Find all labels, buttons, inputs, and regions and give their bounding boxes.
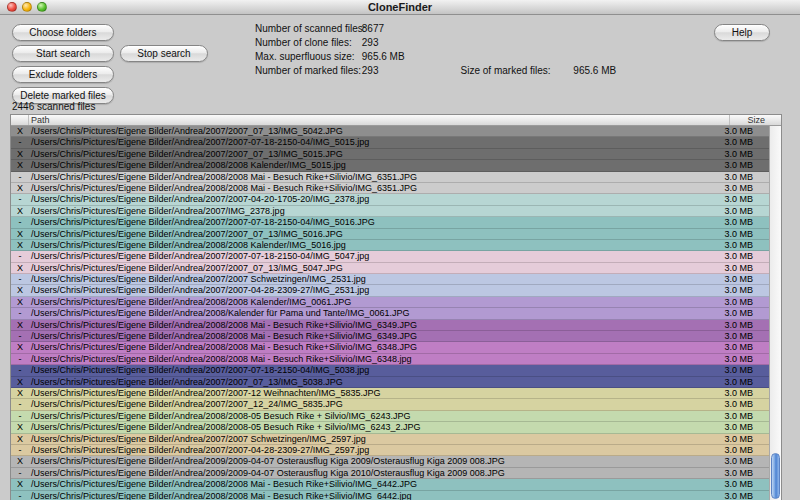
table-row[interactable]: - /Users/Chris/Pictures/Eigene Bilder/An… <box>11 172 769 183</box>
row-mark[interactable]: - <box>11 137 29 147</box>
row-size: 3.0 MB <box>709 149 769 159</box>
table-row[interactable]: X /Users/Chris/Pictures/Eigene Bilder/An… <box>11 377 769 388</box>
row-mark[interactable]: X <box>11 456 29 466</box>
table-row[interactable]: X /Users/Chris/Pictures/Eigene Bilder/An… <box>11 297 769 308</box>
row-path: /Users/Chris/Pictures/Eigene Bilder/Andr… <box>29 194 709 204</box>
vertical-scrollbar[interactable] <box>769 126 781 500</box>
row-mark[interactable]: X <box>11 422 29 432</box>
table-row[interactable]: - /Users/Chris/Pictures/Eigene Bilder/An… <box>11 331 769 342</box>
row-mark[interactable]: - <box>11 411 29 421</box>
table-row[interactable]: X /Users/Chris/Pictures/Eigene Bilder/An… <box>11 126 769 137</box>
table-row[interactable]: - /Users/Chris/Pictures/Eigene Bilder/An… <box>11 274 769 285</box>
row-path: /Users/Chris/Pictures/Eigene Bilder/Andr… <box>29 217 709 227</box>
row-size: 3.0 MB <box>709 342 769 352</box>
row-size: 3.0 MB <box>709 263 769 273</box>
scanned-files-status: 2446 scanned files <box>12 101 95 112</box>
row-path: /Users/Chris/Pictures/Eigene Bilder/Andr… <box>29 285 709 295</box>
row-path: /Users/Chris/Pictures/Eigene Bilder/Andr… <box>29 491 709 500</box>
row-mark[interactable]: - <box>11 331 29 341</box>
row-mark[interactable]: X <box>11 342 29 352</box>
table-row[interactable]: - /Users/Chris/Pictures/Eigene Bilder/An… <box>11 365 769 376</box>
stat-marked-files: Number of marked files: 293 Size of mark… <box>255 65 616 76</box>
row-mark[interactable]: X <box>11 229 29 239</box>
table-row[interactable]: - /Users/Chris/Pictures/Eigene Bilder/An… <box>11 308 769 319</box>
row-mark[interactable]: X <box>11 297 29 307</box>
row-mark[interactable]: - <box>11 251 29 261</box>
title-bar[interactable]: CloneFinder <box>0 0 800 15</box>
table-row[interactable]: - /Users/Chris/Pictures/Eigene Bilder/An… <box>11 468 769 479</box>
table-row[interactable]: - /Users/Chris/Pictures/Eigene Bilder/An… <box>11 251 769 262</box>
row-size: 3.0 MB <box>709 160 769 170</box>
row-mark[interactable]: X <box>11 434 29 444</box>
row-mark[interactable]: X <box>11 206 29 216</box>
row-mark[interactable]: X <box>11 240 29 250</box>
scrollbar-thumb[interactable] <box>771 453 780 499</box>
table-row[interactable]: X /Users/Chris/Pictures/Eigene Bilder/An… <box>11 160 769 171</box>
table-row[interactable]: - /Users/Chris/Pictures/Eigene Bilder/An… <box>11 194 769 205</box>
table-body: X /Users/Chris/Pictures/Eigene Bilder/An… <box>11 126 769 500</box>
table-row[interactable]: - /Users/Chris/Pictures/Eigene Bilder/An… <box>11 411 769 422</box>
row-mark[interactable]: - <box>11 468 29 478</box>
close-icon[interactable] <box>7 2 17 12</box>
table-header: Path Size <box>11 115 781 126</box>
row-mark[interactable]: - <box>11 308 29 318</box>
row-mark[interactable]: X <box>11 149 29 159</box>
zoom-icon[interactable] <box>37 2 47 12</box>
table-row[interactable]: X /Users/Chris/Pictures/Eigene Bilder/An… <box>11 229 769 240</box>
table-row[interactable]: - /Users/Chris/Pictures/Eigene Bilder/An… <box>11 491 769 500</box>
table-row[interactable]: X /Users/Chris/Pictures/Eigene Bilder/An… <box>11 206 769 217</box>
table-row[interactable]: X /Users/Chris/Pictures/Eigene Bilder/An… <box>11 285 769 296</box>
row-mark[interactable]: - <box>11 399 29 409</box>
row-size: 3.0 MB <box>709 388 769 398</box>
row-path: /Users/Chris/Pictures/Eigene Bilder/Andr… <box>29 365 709 375</box>
row-mark[interactable]: X <box>11 479 29 489</box>
stop-search-button[interactable]: Stop search <box>120 45 208 62</box>
table-row[interactable]: X /Users/Chris/Pictures/Eigene Bilder/An… <box>11 320 769 331</box>
row-mark[interactable]: - <box>11 445 29 455</box>
table-row[interactable]: X /Users/Chris/Pictures/Eigene Bilder/An… <box>11 342 769 353</box>
row-size: 3.0 MB <box>709 206 769 216</box>
exclude-folders-button[interactable]: Exclude folders <box>12 66 114 83</box>
row-size: 3.0 MB <box>709 354 769 364</box>
row-mark[interactable]: - <box>11 194 29 204</box>
row-mark[interactable]: - <box>11 491 29 500</box>
row-path: /Users/Chris/Pictures/Eigene Bilder/Andr… <box>29 331 709 341</box>
row-mark[interactable]: X <box>11 377 29 387</box>
table-row[interactable]: - /Users/Chris/Pictures/Eigene Bilder/An… <box>11 445 769 456</box>
table-row[interactable]: X /Users/Chris/Pictures/Eigene Bilder/An… <box>11 263 769 274</box>
table-row[interactable]: X /Users/Chris/Pictures/Eigene Bilder/An… <box>11 422 769 433</box>
row-mark[interactable]: X <box>11 388 29 398</box>
minimize-icon[interactable] <box>22 2 32 12</box>
start-search-button[interactable]: Start search <box>12 45 114 62</box>
row-mark[interactable]: - <box>11 274 29 284</box>
row-mark[interactable]: X <box>11 263 29 273</box>
help-button[interactable]: Help <box>714 24 770 41</box>
table-row[interactable]: - /Users/Chris/Pictures/Eigene Bilder/An… <box>11 217 769 228</box>
choose-folders-button[interactable]: Choose folders <box>12 24 114 41</box>
table-row[interactable]: X /Users/Chris/Pictures/Eigene Bilder/An… <box>11 434 769 445</box>
table-row[interactable]: X /Users/Chris/Pictures/Eigene Bilder/An… <box>11 479 769 490</box>
table-row[interactable]: X /Users/Chris/Pictures/Eigene Bilder/An… <box>11 149 769 160</box>
column-header-size[interactable]: Size <box>729 115 781 125</box>
window-controls <box>7 2 47 12</box>
row-path: /Users/Chris/Pictures/Eigene Bilder/Andr… <box>29 229 709 239</box>
row-mark[interactable]: - <box>11 217 29 227</box>
table-row[interactable]: - /Users/Chris/Pictures/Eigene Bilder/An… <box>11 399 769 410</box>
row-mark[interactable]: X <box>11 183 29 193</box>
column-header-path[interactable]: Path <box>29 115 729 125</box>
row-mark[interactable]: X <box>11 320 29 330</box>
table-row[interactable]: - /Users/Chris/Pictures/Eigene Bilder/An… <box>11 354 769 365</box>
row-mark[interactable]: - <box>11 365 29 375</box>
row-path: /Users/Chris/Pictures/Eigene Bilder/Andr… <box>29 183 709 193</box>
row-mark[interactable]: - <box>11 354 29 364</box>
table-row[interactable]: X /Users/Chris/Pictures/Eigene Bilder/An… <box>11 388 769 399</box>
row-mark[interactable]: X <box>11 160 29 170</box>
table-row[interactable]: - /Users/Chris/Pictures/Eigene Bilder/An… <box>11 137 769 148</box>
table-row[interactable]: X /Users/Chris/Pictures/Eigene Bilder/An… <box>11 240 769 251</box>
row-mark[interactable]: X <box>11 285 29 295</box>
column-header-mark[interactable] <box>11 115 29 125</box>
row-mark[interactable]: X <box>11 126 29 136</box>
row-mark[interactable]: - <box>11 172 29 182</box>
table-row[interactable]: X /Users/Chris/Pictures/Eigene Bilder/An… <box>11 183 769 194</box>
table-row[interactable]: X /Users/Chris/Pictures/Eigene Bilder/An… <box>11 456 769 467</box>
